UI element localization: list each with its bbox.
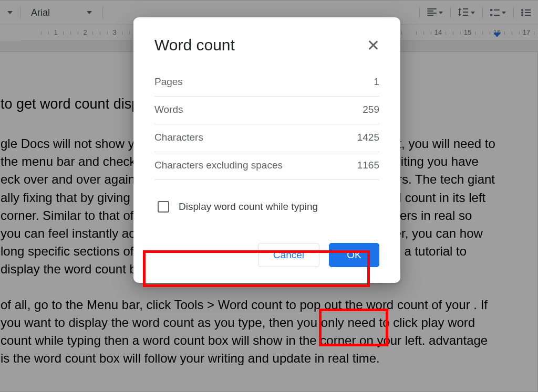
stat-row-words: Words 259 (154, 97, 379, 124)
ok-button[interactable]: OK (329, 243, 379, 267)
stat-value: 1 (374, 76, 379, 88)
dialog-title: Word count (154, 36, 235, 54)
stat-row-characters: Characters 1425 (154, 124, 379, 152)
cancel-button[interactable]: Cancel (258, 243, 319, 267)
stat-label: Pages (154, 76, 183, 88)
stat-row-characters-no-spaces: Characters excluding spaces 1165 (154, 152, 379, 180)
stat-label: Characters excluding spaces (154, 160, 283, 171)
display-while-typing-option[interactable]: Display word count while typing (148, 189, 386, 224)
stat-label: Characters (154, 132, 203, 143)
stat-label: Words (154, 104, 183, 115)
stat-value: 1425 (357, 132, 379, 143)
stat-row-pages: Pages 1 (154, 69, 379, 97)
word-count-dialog: Word count Pages 1 Words 259 Characters … (133, 17, 400, 283)
stat-value: 259 (363, 104, 379, 115)
close-icon[interactable] (367, 39, 379, 51)
checkbox-unchecked-icon[interactable] (158, 201, 169, 213)
checkbox-label: Display word count while typing (179, 201, 318, 213)
stat-value: 1165 (357, 160, 379, 171)
